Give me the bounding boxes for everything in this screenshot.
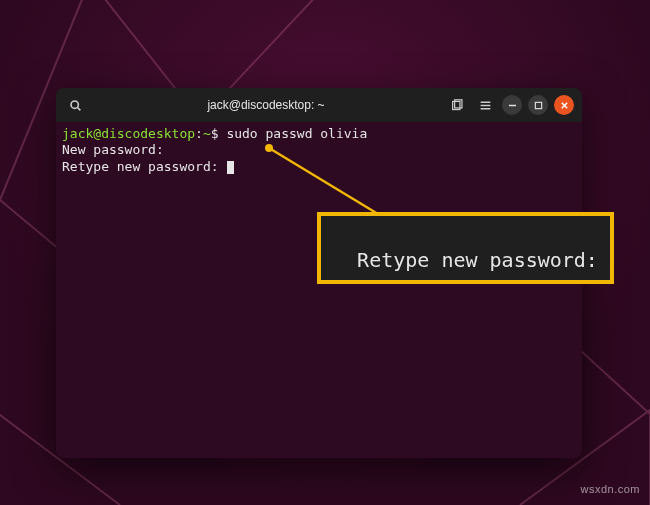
prompt-dollar: $ xyxy=(211,126,219,141)
terminal-body[interactable]: jack@discodesktop:~$ sudo passwd olivia … xyxy=(56,122,582,458)
callout-box: Retype new password: xyxy=(317,212,614,284)
svg-point-0 xyxy=(71,101,78,108)
hamburger-menu-icon[interactable] xyxy=(474,94,496,116)
maximize-button[interactable] xyxy=(528,95,548,115)
prompt-path: ~ xyxy=(203,126,211,141)
terminal-line-3: Retype new password: xyxy=(62,159,576,175)
search-icon[interactable] xyxy=(64,94,86,116)
cursor-icon xyxy=(227,161,234,174)
terminal-line-2: New password: xyxy=(62,142,576,158)
prompt-user: jack@discodesktop xyxy=(62,126,195,141)
line3-text: Retype new password: xyxy=(62,159,219,174)
command-text: sudo passwd olivia xyxy=(226,126,367,141)
minimize-button[interactable] xyxy=(502,95,522,115)
window-title: jack@discodesktop: ~ xyxy=(92,98,440,112)
new-tab-icon[interactable] xyxy=(446,94,468,116)
terminal-line-1: jack@discodesktop:~$ sudo passwd olivia xyxy=(62,126,576,142)
watermark: wsxdn.com xyxy=(580,483,640,495)
svg-line-1 xyxy=(77,107,80,110)
prompt-sep: : xyxy=(195,126,203,141)
close-button[interactable] xyxy=(554,95,574,115)
titlebar: jack@discodesktop: ~ xyxy=(56,88,582,122)
callout-text: Retype new password: xyxy=(357,248,598,272)
svg-rect-8 xyxy=(535,102,541,108)
